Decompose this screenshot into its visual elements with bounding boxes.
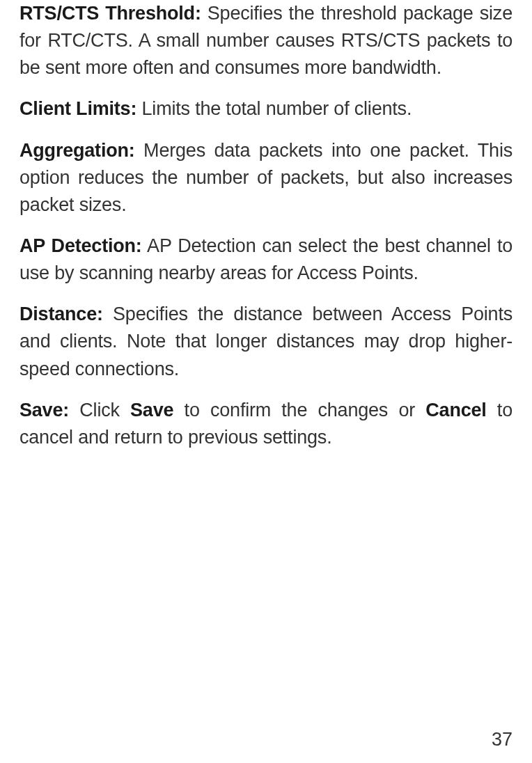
definition-aggregation: Aggregation: Merges data packets into on… [19,137,513,219]
page-number: 37 [492,726,513,753]
term-label: Aggregation: [19,140,135,161]
cancel-bold: Cancel [425,400,486,420]
term-label: AP Detection: [19,235,142,256]
definition-rts-cts: RTS/CTS Threshold: Specifies the thresho… [19,0,513,81]
term-label: Distance: [19,304,103,324]
definition-save: Save: Click Save to confirm the changes … [19,397,513,451]
term-label: Save: [19,400,69,420]
term-description: Limits the total number of clients. [136,98,412,119]
save-bold: Save [130,400,173,420]
definition-ap-detection: AP Detection: AP Detection can select th… [19,233,513,287]
term-label: Client Limits: [19,98,136,119]
definition-client-limits: Client Limits: Limits the total number o… [19,95,513,123]
term-label: RTS/CTS Threshold: [19,3,201,24]
text-segment: to confirm the changes or [173,400,425,420]
text-segment: Click [69,400,130,420]
definition-distance: Distance: Specifies the distance between… [19,301,513,382]
